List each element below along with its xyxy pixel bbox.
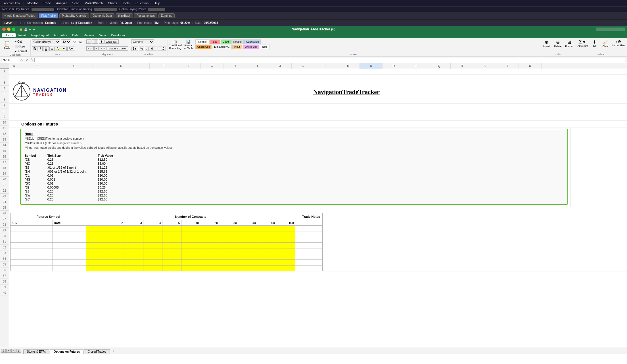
sheet-prev-button[interactable]: ‹ <box>6 349 11 353</box>
note-style[interactable]: Note <box>260 45 270 49</box>
sheet-first-button[interactable]: ⟨ <box>1 349 6 353</box>
commission-value: Exclude <box>45 21 56 24</box>
wrap-text-button[interactable]: Wrap Text <box>104 39 119 44</box>
align-middle-button[interactable]: ⬜ <box>92 39 98 44</box>
font-color-button[interactable]: A▼ <box>67 47 75 51</box>
tos-menu-help[interactable]: Help <box>151 1 162 5</box>
tab-options-on-futures[interactable]: Options on Futures <box>50 349 83 354</box>
delete-cells-button[interactable]: ⊖ Delete <box>553 39 563 48</box>
format-as-table-button[interactable]: 📊 Format as Table <box>182 39 195 50</box>
fill-button[interactable]: ⬇ Fill <box>589 39 599 48</box>
tos-menu-marketwatch[interactable]: MarketWatch <box>82 1 105 5</box>
tos-menu-analyze[interactable]: Analyze <box>54 1 69 5</box>
currency-button[interactable]: $▼ <box>131 47 138 51</box>
increase-decimal-button[interactable]: .0→ <box>149 47 157 51</box>
tos-top-menubar: Account Info | Monitor Trade Analyze Sca… <box>0 0 627 6</box>
cancel-formula-button[interactable]: ✕ <box>19 58 24 62</box>
prob-analysis-button[interactable]: Probability Analysis <box>59 13 89 18</box>
menu-view[interactable]: View <box>97 33 108 37</box>
align-top-button[interactable]: ⬆ <box>86 39 91 44</box>
tos-menu-education[interactable]: Education <box>132 1 151 5</box>
align-center-button[interactable]: ≡ <box>94 46 99 51</box>
format-painter-button[interactable]: 🖌 Format <box>13 49 29 53</box>
risk-profile-button[interactable]: Risk Profile <box>39 13 58 18</box>
minimize-button[interactable] <box>7 28 11 31</box>
symbol-table-header-row: Symbol Tick Size Tick Value <box>25 154 124 158</box>
menu-developer[interactable]: Developer <box>109 33 128 37</box>
menu-insert[interactable]: Insert <box>16 33 29 37</box>
clear-button[interactable]: 🧹 Clear <box>600 39 611 48</box>
thinkback-button[interactable]: thinkBack <box>116 13 133 18</box>
conditional-formatting-button[interactable]: ⊞ Conditional Formatting <box>169 39 182 50</box>
row-headers: 1 2 3 4 5 6 7 8 9 10 11 12 13 14 15 16 1… <box>0 63 9 347</box>
tos-menu-tools[interactable]: Tools <box>120 1 132 5</box>
menu-review[interactable]: Review <box>81 33 96 37</box>
explanatory-style[interactable]: Explanatory... <box>212 45 231 49</box>
decrease-decimal-button[interactable]: ←.0 <box>158 47 166 51</box>
confirm-formula-button[interactable]: ✓ <box>25 58 30 62</box>
insert-cells-button[interactable]: ⊕ Insert <box>541 39 551 48</box>
input-style[interactable]: Input <box>232 45 242 49</box>
menu-home[interactable]: Home <box>2 33 16 37</box>
sheet-last-button[interactable]: ⟩ <box>16 349 21 353</box>
editing-group: Σ▼ AutoSum ⬇ Fill 🧹 Clear ↕⚙ Sort & Filt… <box>577 39 625 56</box>
tab-closed-trades[interactable]: Closed Trades <box>84 349 110 354</box>
lines-value: +1 @ Expiration <box>71 21 92 24</box>
italic-button[interactable]: I <box>38 46 42 51</box>
maximize-button[interactable] <box>12 28 15 31</box>
bold-button[interactable]: B <box>32 46 38 51</box>
percent-button[interactable]: % <box>139 47 144 51</box>
cell-reference-input[interactable] <box>1 58 18 62</box>
option-buying-power-label: Option Buying Power <box>119 8 146 11</box>
menu-pagelayout[interactable]: Page Layout <box>29 33 51 37</box>
economic-data-button[interactable]: Economic Data <box>90 13 114 18</box>
sort-filter-button[interactable]: ↕⚙ Sort & Filter <box>612 39 625 48</box>
tos-menu-scan[interactable]: Scan <box>70 1 82 5</box>
close-button[interactable] <box>2 28 6 31</box>
font-name-select[interactable]: Calibri (Body) <box>32 39 60 44</box>
main-grid[interactable]: A B C D E F G H I J K L M N O P Q R S T <box>9 63 627 347</box>
font-size-select[interactable]: 12 <box>61 39 71 44</box>
add-simulated-trades-button[interactable]: + Add Simulated Trades <box>2 13 37 18</box>
normal-style[interactable]: Normal <box>195 39 210 44</box>
format-cells-button[interactable]: ⊞ Format <box>564 39 574 48</box>
comma-button[interactable]: , <box>145 47 149 51</box>
bad-style[interactable]: Bad <box>210 39 220 44</box>
tos-menu-charts[interactable]: Charts <box>106 1 119 5</box>
sheet-next-button[interactable]: › <box>11 349 16 353</box>
formula-input[interactable] <box>34 58 626 62</box>
commission-label: Commission: <box>27 21 44 24</box>
font-decrease-button[interactable]: A↓ <box>78 40 83 44</box>
ticker-input[interactable] <box>2 21 17 25</box>
fill-color-button[interactable]: A▼ <box>55 47 67 51</box>
fundamentals-button[interactable]: Fundamentals <box>134 13 157 18</box>
neutral-style[interactable]: Neutral <box>231 39 244 44</box>
tos-menu-trade[interactable]: Trade <box>41 1 53 5</box>
copy-button[interactable]: ⬜ Copy <box>13 44 29 49</box>
tos-menu-monitor[interactable]: Monitor <box>25 1 40 5</box>
menu-data[interactable]: Data <box>70 33 81 37</box>
add-sheet-button[interactable]: + <box>110 348 116 353</box>
align-left-button[interactable]: ≡← <box>86 46 94 51</box>
font-increase-button[interactable]: A↑ <box>72 40 77 44</box>
number-format-select[interactable]: General <box>131 39 154 44</box>
merge-center-button[interactable]: Merge & Center <box>107 46 128 51</box>
date-label: Date: <box>195 21 202 24</box>
fx-label: fx <box>31 58 33 62</box>
tab-stocks-etfs[interactable]: Stocks & ETFs <box>23 349 49 354</box>
earnings-button[interactable]: Earnings <box>158 13 175 18</box>
calculation-style[interactable]: Calculation <box>244 39 261 44</box>
underline-button[interactable]: U <box>43 46 49 51</box>
paste-button[interactable]: 📋 Paste <box>2 39 12 51</box>
linked-cell-style[interactable]: Linked Cell <box>243 45 260 49</box>
check-cell-style[interactable]: Check Cell <box>195 45 212 49</box>
good-style[interactable]: Good <box>221 39 231 44</box>
search-input[interactable] <box>596 28 625 31</box>
autosum-button[interactable]: Σ▼ AutoSum <box>577 39 588 48</box>
border-button[interactable]: ⊞ <box>49 47 55 51</box>
align-right-button[interactable]: ≡→ <box>99 46 106 51</box>
prob-mode-label: Prob mode: <box>137 21 152 24</box>
align-bottom-button[interactable]: ⬇ <box>99 39 104 44</box>
menu-formulas[interactable]: Formulas <box>52 33 69 37</box>
cut-button[interactable]: ✂ Cut <box>13 39 29 44</box>
